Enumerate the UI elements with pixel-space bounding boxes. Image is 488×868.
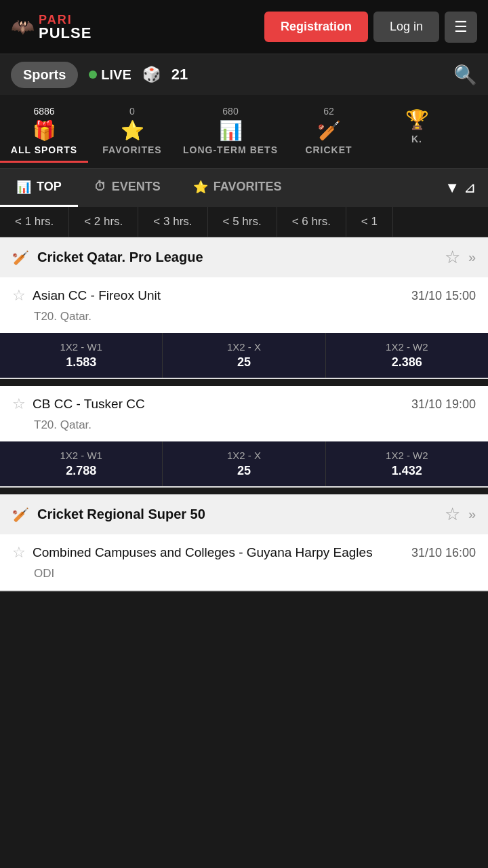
leagues-content: 🏏 Cricket Qatar. Pro League ☆ » ☆ Asian … (0, 237, 488, 598)
bet-button[interactable]: 1X2 - W1 1.583 (0, 333, 163, 378)
bet-label: 1X2 - W2 (386, 450, 428, 461)
sport-icon-cricket: 🏏 (317, 119, 341, 142)
bet-button[interactable]: 1X2 - X 25 (163, 441, 325, 486)
match-time: 31/10 16:00 (411, 546, 476, 560)
time-filter[interactable]: < 1 (346, 207, 393, 237)
match-match1: ☆ Asian CC - Fireox Unit 31/10 15:00 T20… (0, 277, 488, 379)
sport-count: 62 (323, 106, 334, 117)
bet-label: 1X2 - X (227, 341, 261, 353)
league-title: Cricket Qatar. Pro League (37, 250, 436, 265)
bet-button[interactable]: 1X2 - W2 1.432 (326, 441, 488, 486)
time-filter[interactable]: < 3 hrs. (138, 207, 207, 237)
nav-bar: Sports LIVE 🎲 21 🔍 (0, 54, 488, 95)
filter-button[interactable]: ▼ ⊿ (432, 169, 488, 207)
logo-pulse: PULSE (39, 26, 92, 41)
league-expand-button[interactable]: » (468, 507, 476, 522)
tab-icon-top: 📊 (16, 180, 31, 195)
time-filter[interactable]: < 6 hrs. (277, 207, 346, 237)
match-match3: ☆ Combined Campuses and Colleges - Guyan… (0, 534, 488, 591)
match-favorite-button[interactable]: ☆ (12, 544, 26, 561)
time-filter[interactable]: < 5 hrs. (208, 207, 277, 237)
time-filter[interactable]: < 1 hrs. (0, 207, 69, 237)
live-dot (89, 71, 97, 79)
time-filter[interactable]: < 2 hrs. (69, 207, 138, 237)
sport-label: FAVORITES (102, 144, 161, 155)
sport-icon-k: 🏆 (405, 108, 429, 131)
nav-bonus-icon[interactable]: 🎲 (142, 66, 161, 83)
match-match2: ☆ CB CC - Tusker CC 31/10 19:00 T20. Qat… (0, 386, 488, 488)
bet-value: 25 (237, 355, 251, 370)
sport-item-k[interactable]: 🏆 K. (373, 100, 461, 163)
bet-button[interactable]: 1X2 - X 25 (163, 333, 325, 378)
tab-row: 📊TOP⏱EVENTS⭐FAVORITES ▼ ⊿ (0, 169, 488, 207)
sport-label: CRICKET (305, 144, 352, 155)
league-header-cricket-regional-50: 🏏 Cricket Regional Super 50 ☆ » (0, 494, 488, 534)
league-favorite-button[interactable]: ☆ (445, 247, 460, 268)
match-favorite-button[interactable]: ☆ (12, 395, 26, 413)
sport-label: ALL SPORTS (11, 144, 77, 155)
match-time: 31/10 15:00 (411, 289, 476, 303)
section-gap (0, 488, 488, 494)
tab-top[interactable]: 📊TOP (0, 169, 78, 207)
tab-label-favorites: FAVORITES (214, 180, 282, 194)
bet-button[interactable]: 1X2 - W2 2.386 (326, 333, 488, 378)
sport-item-all[interactable]: 6886 🎁 ALL SPORTS (0, 100, 88, 163)
league-header-cricket-qatar-pro: 🏏 Cricket Qatar. Pro League ☆ » (0, 237, 488, 277)
sport-item-longterm[interactable]: 680 📊 LONG-TERM BETS (176, 100, 285, 163)
bet-row: 1X2 - W1 1.583 1X2 - X 25 1X2 - W2 2.386 (0, 333, 488, 378)
sports-row: 6886 🎁 ALL SPORTS 0 ⭐ FAVORITES 680 📊 LO… (0, 95, 488, 169)
match-time: 31/10 19:00 (411, 397, 476, 412)
time-filter-row: < 1 hrs.< 2 hrs.< 3 hrs.< 5 hrs.< 6 hrs.… (0, 207, 488, 237)
menu-button[interactable]: ☰ (445, 12, 477, 43)
tab-label-top: TOP (37, 180, 62, 194)
sport-icon-longterm: 📊 (219, 119, 243, 142)
nav-live-button[interactable]: LIVE (89, 67, 131, 83)
bet-label: 1X2 - W1 (60, 341, 102, 353)
match-name: CB CC - Tusker CC (33, 397, 405, 412)
bet-label: 1X2 - X (227, 450, 261, 461)
logo-pari: PARI (39, 14, 92, 26)
logo-text: PARI PULSE (39, 14, 92, 41)
sport-count: 6886 (33, 106, 54, 117)
nav-sports-button[interactable]: Sports (11, 62, 78, 88)
tab-favorites[interactable]: ⭐FAVORITES (177, 169, 298, 207)
match-name: Asian CC - Fireox Unit (33, 288, 405, 303)
funnel-icon: ⊿ (464, 179, 476, 197)
sport-item-fav[interactable]: 0 ⭐ FAVORITES (88, 100, 176, 163)
sport-item-cricket[interactable]: 62 🏏 CRICKET (285, 100, 373, 163)
tab-icon-favorites: ⭐ (193, 180, 208, 195)
bet-row: 1X2 - W1 2.788 1X2 - X 25 1X2 - W2 1.432 (0, 441, 488, 486)
cricket-icon: 🏏 (12, 507, 29, 523)
league-favorite-button[interactable]: ☆ (445, 504, 460, 525)
bet-value: 2.386 (392, 355, 422, 370)
match-favorite-button[interactable]: ☆ (12, 287, 26, 304)
match-name: Combined Campuses and Colleges - Guyana … (33, 545, 405, 560)
logo: 🦇 PARI PULSE (11, 14, 264, 41)
sport-label: K. (411, 134, 422, 144)
league-title: Cricket Regional Super 50 (37, 507, 436, 522)
filter-icon: ▼ (445, 179, 460, 197)
bet-value: 1.583 (66, 355, 96, 370)
sport-icon-all: 🎁 (33, 119, 56, 142)
cricket-icon: 🏏 (12, 250, 29, 266)
sport-icon-fav: ⭐ (121, 119, 144, 142)
login-button[interactable]: Log in (373, 12, 439, 42)
league-expand-button[interactable]: » (468, 250, 476, 265)
tab-events[interactable]: ⏱EVENTS (78, 169, 177, 207)
match-header: ☆ CB CC - Tusker CC 31/10 19:00 (0, 386, 488, 416)
bet-value: 1.432 (392, 464, 422, 478)
nav-live-count: 21 (171, 66, 188, 83)
tab-label-events: EVENTS (112, 180, 161, 194)
search-icon[interactable]: 🔍 (453, 64, 477, 86)
match-header: ☆ Asian CC - Fireox Unit 31/10 15:00 (0, 277, 488, 307)
logo-icon: 🦇 (11, 16, 35, 38)
tab-icon-events: ⏱ (94, 180, 106, 194)
live-label: LIVE (101, 67, 131, 83)
header-buttons: Registration Log in ☰ (264, 12, 477, 43)
match-type: ODI (0, 564, 488, 590)
sport-count: 680 (222, 106, 238, 117)
registration-button[interactable]: Registration (264, 12, 368, 42)
bet-button[interactable]: 1X2 - W1 2.788 (0, 441, 163, 486)
section-gap (0, 591, 488, 598)
bet-value: 25 (237, 464, 251, 478)
